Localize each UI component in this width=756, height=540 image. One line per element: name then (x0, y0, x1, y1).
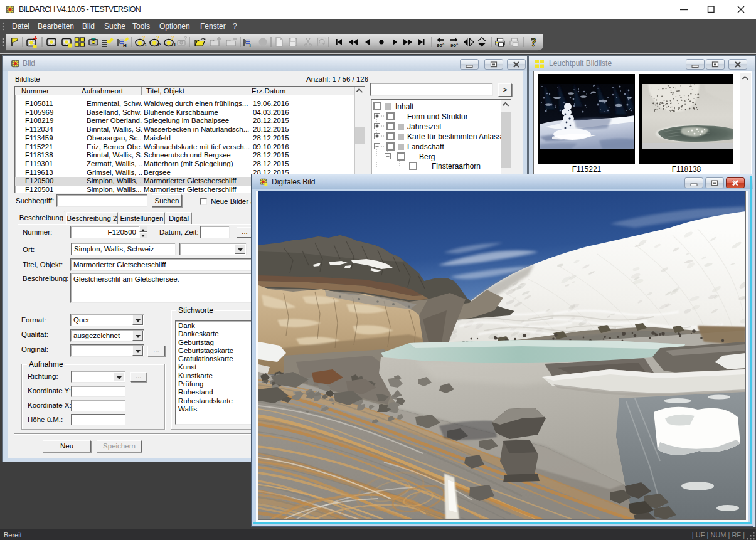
svg-text:Form und Struktur: Form und Struktur (407, 112, 468, 121)
svg-text:Finsteraarhorn: Finsteraarhorn (432, 162, 481, 171)
svg-text:P: P (157, 42, 161, 48)
svg-text:Jahreszeit: Jahreszeit (407, 122, 442, 131)
svg-text:H: H (172, 42, 176, 48)
svg-text:H: H (123, 43, 127, 48)
svg-text:90°: 90° (450, 43, 458, 48)
svg-text:Karte für bestimmten Anlass: Karte für bestimmten Anlass (407, 132, 501, 141)
svg-text:?: ? (531, 36, 536, 49)
svg-text:?: ? (184, 35, 188, 41)
svg-text:S: S (143, 42, 147, 48)
svg-text:?: ? (171, 34, 174, 41)
svg-text:Inhalt: Inhalt (395, 102, 414, 111)
svg-text:I: I (250, 43, 251, 48)
svg-text:Landschaft: Landschaft (407, 142, 444, 151)
svg-text:?: ? (156, 34, 160, 41)
svg-text:?: ? (142, 34, 146, 41)
svg-text:Berg: Berg (419, 152, 435, 161)
svg-text:90°: 90° (437, 43, 444, 48)
